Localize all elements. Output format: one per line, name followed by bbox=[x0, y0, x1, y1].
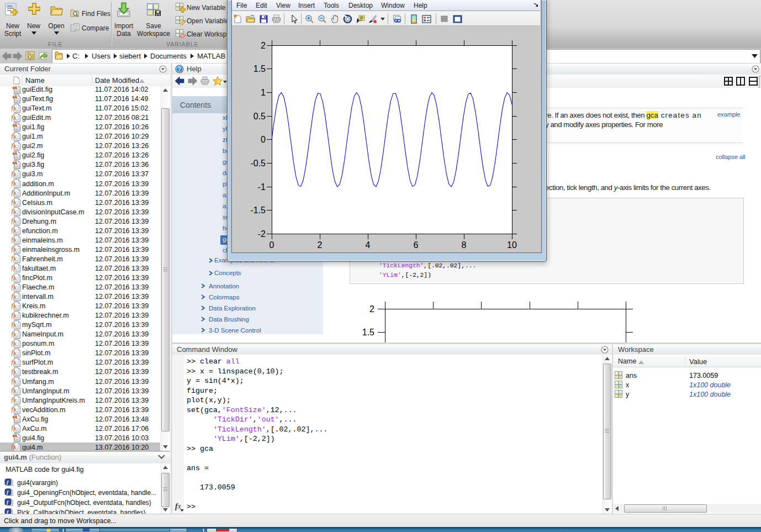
svg-text:4: 4 bbox=[366, 240, 371, 250]
svg-text:-2: -2 bbox=[258, 229, 266, 239]
svg-text:1.5: 1.5 bbox=[362, 328, 374, 337]
svg-text:2: 2 bbox=[261, 41, 266, 50]
svg-text:-1: -1 bbox=[258, 182, 266, 192]
svg-text:-0.5: -0.5 bbox=[250, 159, 266, 168]
svg-text:6: 6 bbox=[414, 240, 419, 250]
svg-text:1.5: 1.5 bbox=[253, 64, 266, 73]
svg-text:2: 2 bbox=[318, 240, 323, 250]
svg-text:2: 2 bbox=[369, 304, 374, 314]
svg-text:0: 0 bbox=[261, 135, 266, 144]
svg-text:10: 10 bbox=[507, 240, 517, 250]
svg-text:1: 1 bbox=[261, 88, 266, 97]
svg-text:0: 0 bbox=[269, 240, 274, 250]
svg-text:8: 8 bbox=[462, 240, 467, 250]
svg-text:0.5: 0.5 bbox=[253, 112, 266, 121]
svg-text:-1.5: -1.5 bbox=[250, 206, 266, 215]
